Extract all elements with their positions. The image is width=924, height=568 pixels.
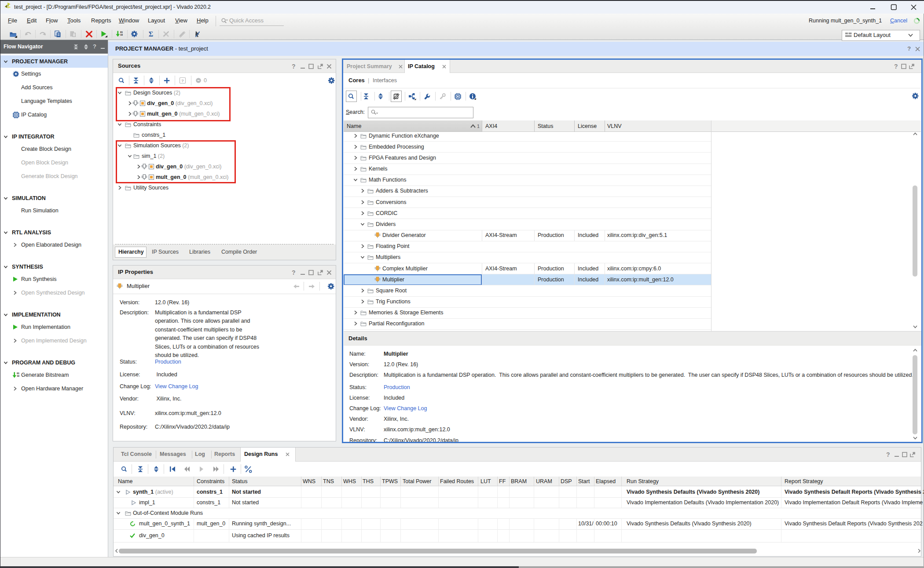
- svg-text:10: 10: [120, 34, 123, 36]
- svg-text:10: 10: [17, 375, 19, 378]
- svg-text:Σ: Σ: [149, 30, 153, 38]
- svg-text:?: ?: [181, 78, 184, 83]
